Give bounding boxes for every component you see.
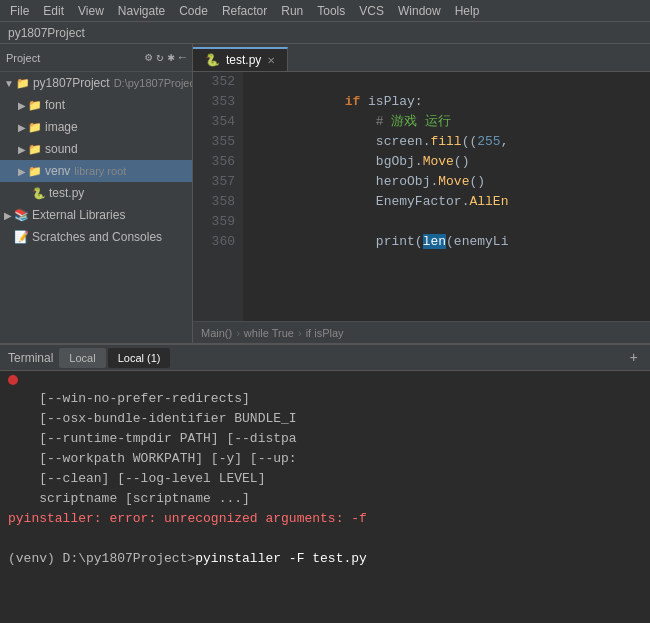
menu-window[interactable]: Window: [392, 2, 447, 20]
breadcrumb-if[interactable]: if isPlay: [306, 327, 344, 339]
code-line-355: screen.fill((255,: [251, 132, 642, 152]
line-numbers: 352 353 354 355 356 357 358 359 360: [193, 72, 243, 321]
terminal-line-prompt: (venv) D:\py1807Project>pyinstaller -F t…: [8, 549, 642, 569]
hide-icon[interactable]: ←: [179, 51, 186, 65]
arrow-venv: ▶: [18, 166, 26, 177]
tree-item-sound[interactable]: ▶ 📁 sound: [0, 138, 192, 160]
gear-icon[interactable]: ✱: [168, 50, 175, 65]
arrow-font: ▶: [18, 100, 26, 111]
project-title: py1807Project: [8, 26, 85, 40]
tree-label-font: font: [45, 98, 65, 112]
code-line-359: [251, 212, 642, 232]
code-line-352: [251, 72, 642, 92]
code-lines[interactable]: if isPlay: # 游戏 运行 screen.fill((255, bgO…: [243, 72, 650, 321]
menu-help[interactable]: Help: [449, 2, 486, 20]
breadcrumb-sep-1: ›: [236, 327, 240, 339]
sidebar-toolbar: Project ⚙ ↻ ✱ ←: [0, 44, 192, 72]
file-icon-test: 🐍: [32, 187, 46, 200]
code-line-354: # 游戏 运行: [251, 112, 642, 132]
tab-label: test.py: [226, 53, 261, 67]
code-line-360: print(len(enemyLi: [251, 232, 642, 252]
tree-label-test: test.py: [49, 186, 84, 200]
tree-item-extlibs[interactable]: ▶ 📚 External Libraries: [0, 204, 192, 226]
terminal-tabs: Local Local (1): [59, 348, 623, 368]
breadcrumb-main[interactable]: Main(): [201, 327, 232, 339]
arrow-sound: ▶: [18, 144, 26, 155]
terminal-add-icon[interactable]: +: [630, 350, 638, 366]
terminal-line-4: [--workpath WORKPATH] [-y] [--up:: [8, 449, 642, 469]
breadcrumb-while[interactable]: while True: [244, 327, 294, 339]
sidebar: Project ⚙ ↻ ✱ ← ▼ 📁 py1807Project D:\py1…: [0, 44, 193, 343]
lib-icon-scratches: 📝: [14, 230, 29, 244]
menu-navigate[interactable]: Navigate: [112, 2, 171, 20]
tree-item-test[interactable]: 🐍 test.py: [0, 182, 192, 204]
menu-refactor[interactable]: Refactor: [216, 2, 273, 20]
sync-icon[interactable]: ↻: [156, 50, 163, 65]
breadcrumb-bar: Main() › while True › if isPlay: [193, 321, 650, 343]
terminal-line-5: [--clean] [--log-level LEVEL]: [8, 469, 642, 489]
terminal-line-error: pyinstaller: error: unrecognized argumen…: [8, 509, 642, 529]
menu-edit[interactable]: Edit: [37, 2, 70, 20]
tree-label-scratches: Scratches and Consoles: [32, 230, 162, 244]
terminal-line-2: [--osx-bundle-identifier BUNDLE_I: [8, 409, 642, 429]
tab-bar: 🐍 test.py ✕: [193, 44, 650, 72]
tree-sublabel-root: D:\py1807Project: [114, 77, 192, 89]
folder-icon-sound: 📁: [28, 143, 42, 156]
tab-test-py[interactable]: 🐍 test.py ✕: [193, 47, 288, 71]
tree-item-venv[interactable]: ▶ 📁 venv library root: [0, 160, 192, 182]
arrow-extlibs: ▶: [4, 210, 12, 221]
tree-item-font[interactable]: ▶ 📁 font: [0, 94, 192, 116]
terminal-line-1: [--win-no-prefer-redirects]: [8, 389, 642, 409]
lib-icon-extlibs: 📚: [14, 208, 29, 222]
arrow-image: ▶: [18, 122, 26, 133]
tab-file-icon: 🐍: [205, 53, 220, 67]
menu-tools[interactable]: Tools: [311, 2, 351, 20]
terminal-section: Terminal Local Local (1) + [--win-no-pre…: [0, 343, 650, 623]
terminal-error-dot: [8, 375, 18, 385]
code-content[interactable]: 352 353 354 355 356 357 358 359 360 if i…: [193, 72, 650, 321]
project-title-bar: py1807Project: [0, 22, 650, 44]
tree-label-extlibs: External Libraries: [32, 208, 125, 222]
folder-icon-venv: 📁: [28, 165, 42, 178]
tree-item-image[interactable]: ▶ 📁 image: [0, 116, 192, 138]
terminal-title-label: Terminal: [8, 351, 53, 365]
editor-area: Project ⚙ ↻ ✱ ← ▼ 📁 py1807Project D:\py1…: [0, 44, 650, 343]
menu-code[interactable]: Code: [173, 2, 214, 20]
main-layout: Project ⚙ ↻ ✱ ← ▼ 📁 py1807Project D:\py1…: [0, 44, 650, 623]
terminal-tab-local[interactable]: Local: [59, 348, 105, 368]
tab-close-icon[interactable]: ✕: [267, 55, 275, 66]
code-line-356: bgObj.Move(): [251, 152, 642, 172]
tree-sublabel-venv: library root: [74, 165, 126, 177]
terminal-titlebar: Terminal Local Local (1) +: [0, 345, 650, 371]
folder-icon-root: 📁: [16, 77, 30, 90]
sidebar-toolbar-label: Project: [6, 52, 141, 64]
folder-icon-image: 📁: [28, 121, 42, 134]
arrow-root: ▼: [4, 78, 14, 89]
menu-file[interactable]: File: [4, 2, 35, 20]
terminal-content[interactable]: [--win-no-prefer-redirects] [--osx-bundl…: [0, 371, 650, 623]
code-line-357: heroObj.Move(): [251, 172, 642, 192]
terminal-line-6: scriptname [scriptname ...]: [8, 489, 642, 509]
tree-item-root[interactable]: ▼ 📁 py1807Project D:\py1807Project: [0, 72, 192, 94]
folder-icon-font: 📁: [28, 99, 42, 112]
terminal-tab-local-1[interactable]: Local (1): [108, 348, 171, 368]
code-panel: 🐍 test.py ✕ 352 353 354 355 356 357 358 …: [193, 44, 650, 343]
menu-view[interactable]: View: [72, 2, 110, 20]
menu-vcs[interactable]: VCS: [353, 2, 390, 20]
tree-label-sound: sound: [45, 142, 78, 156]
terminal-line-3: [--runtime-tmpdir PATH] [--distpa: [8, 429, 642, 449]
menu-run[interactable]: Run: [275, 2, 309, 20]
sidebar-tree: ▼ 📁 py1807Project D:\py1807Project ▶ 📁 f…: [0, 72, 192, 343]
tree-item-scratches[interactable]: ▶ 📝 Scratches and Consoles: [0, 226, 192, 248]
breadcrumb-sep-2: ›: [298, 327, 302, 339]
tree-label-venv: venv: [45, 164, 70, 178]
code-line-353: if isPlay:: [251, 92, 642, 112]
settings-icon[interactable]: ⚙: [145, 50, 152, 65]
menubar: File Edit View Navigate Code Refactor Ru…: [0, 0, 650, 22]
tree-label-root: py1807Project: [33, 76, 110, 90]
tree-label-image: image: [45, 120, 78, 134]
code-line-358: EnemyFactor.AllEn: [251, 192, 642, 212]
terminal-line-blank: [8, 529, 642, 549]
